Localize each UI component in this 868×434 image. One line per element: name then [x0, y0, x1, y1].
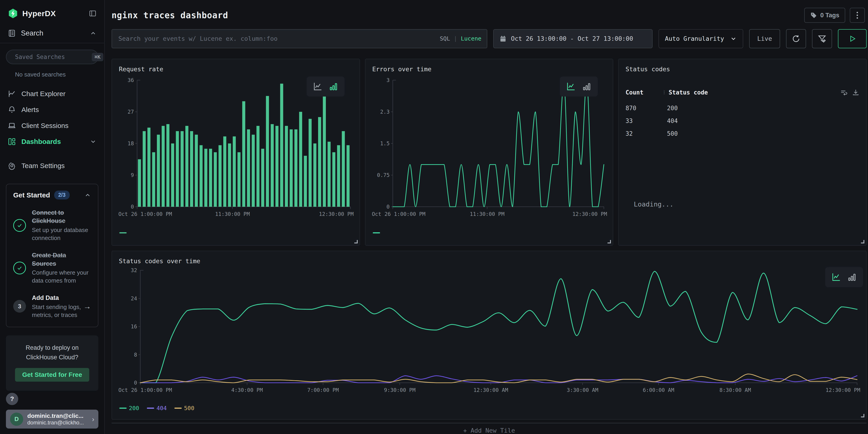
- sidebar-item-label: Client Sessions: [22, 122, 68, 130]
- laptop-icon: [8, 122, 16, 130]
- granularity-select[interactable]: Auto Granularity: [658, 29, 743, 48]
- sidebar-item-alerts[interactable]: Alerts: [0, 102, 104, 118]
- filter-button[interactable]: [812, 29, 832, 48]
- legend-item[interactable]: 200: [119, 405, 139, 411]
- table-row[interactable]: 32 500: [625, 130, 859, 137]
- chevron-down-icon[interactable]: [90, 138, 97, 145]
- saved-searches-field[interactable]: [15, 54, 92, 60]
- svg-text:0: 0: [386, 204, 390, 210]
- event-search-box[interactable]: SQL | Lucene: [112, 29, 487, 48]
- chart-legend: 200404500: [119, 405, 194, 411]
- gear-icon: [8, 162, 16, 170]
- step-number-badge: 3: [13, 300, 26, 313]
- help-button[interactable]: ?: [6, 393, 18, 405]
- bar-chart-icon[interactable]: [329, 82, 339, 92]
- svg-text:Oct 26 1:00:00 PM: Oct 26 1:00:00 PM: [372, 211, 425, 217]
- request-rate-chart[interactable]: 36271890Oct 26 1:00:00 PM11:30:00 PM12:3…: [118, 78, 354, 218]
- play-icon: [848, 35, 856, 42]
- svg-text:11:30:00 PM: 11:30:00 PM: [215, 211, 250, 217]
- resize-handle[interactable]: [861, 414, 864, 417]
- run-query-button[interactable]: [838, 29, 867, 48]
- user-menu[interactable]: D dominic.tran@clic... dominic.tran@clic…: [6, 410, 98, 429]
- panel-title: Status codes: [625, 66, 670, 73]
- download-icon[interactable]: [852, 89, 859, 96]
- legend-item[interactable]: 500: [175, 405, 194, 411]
- sidebar-item-team-settings[interactable]: Team Settings: [0, 158, 104, 174]
- get-started-step-1[interactable]: Connect to ClickHouse Set up your databa…: [13, 209, 91, 242]
- loading-indicator: Loading...: [634, 200, 674, 208]
- shortcut-badge: ⌘K: [92, 53, 103, 61]
- panel-status-codes: Status codes Count ⁞ Status code 870 200…: [618, 59, 867, 246]
- dashboard-menu-button[interactable]: [850, 8, 865, 23]
- get-started-progress-badge: 2/3: [54, 191, 70, 199]
- sidebar-item-client-sessions[interactable]: Client Sessions: [0, 118, 104, 134]
- resize-handle[interactable]: [861, 240, 864, 243]
- lucene-toggle[interactable]: Lucene: [461, 35, 482, 42]
- column-header-status-code[interactable]: Status code: [669, 89, 708, 96]
- live-button[interactable]: Live: [749, 29, 780, 48]
- sidebar-collapse-icon[interactable]: [89, 9, 97, 17]
- resize-handle[interactable]: [608, 240, 611, 243]
- sql-toggle[interactable]: SQL: [440, 35, 450, 42]
- saved-searches-input[interactable]: ⌘K: [6, 50, 98, 64]
- clickhouse-cloud-card: Ready to deploy on ClickHouse Cloud? Get…: [6, 335, 98, 391]
- svg-text:12:30:00 PM: 12:30:00 PM: [826, 387, 860, 393]
- table-row[interactable]: 870 200: [625, 105, 859, 112]
- date-range-picker[interactable]: Oct 26 13:00:00 - Oct 27 13:00:00: [493, 29, 653, 48]
- avatar: D: [10, 412, 23, 426]
- sidebar-item-dashboards[interactable]: Dashboards: [0, 134, 104, 150]
- svg-text:12:30:00 PM: 12:30:00 PM: [319, 211, 353, 217]
- chevron-up-icon[interactable]: [84, 192, 91, 198]
- legend-item[interactable]: [373, 232, 380, 234]
- panel-title: Status codes over time: [119, 257, 200, 265]
- dashboards-icon: [8, 137, 16, 146]
- add-new-tile-button[interactable]: + Add New Tile: [112, 423, 867, 434]
- search-section-label: Search: [21, 29, 43, 37]
- get-started-step-3[interactable]: 3 Add Data Start sending logs, metrics, …: [13, 294, 91, 319]
- sidebar-item-label: Alerts: [22, 106, 39, 114]
- get-started-step-2[interactable]: Create Data Sources Configure where your…: [13, 251, 91, 285]
- resize-handle[interactable]: [354, 240, 358, 243]
- granularity-value: Auto Granularity: [665, 35, 724, 42]
- column-header-count[interactable]: Count: [625, 89, 663, 96]
- column-resize-handle[interactable]: ⁞: [663, 89, 665, 96]
- refresh-button[interactable]: [786, 29, 806, 48]
- chevron-right-icon: ›: [92, 415, 94, 423]
- cloud-card-line1: Ready to deploy on: [15, 343, 89, 353]
- chart-type-toggle[interactable]: [307, 76, 344, 97]
- arrow-right-icon: →: [83, 302, 91, 311]
- tags-label: 0 Tags: [820, 12, 839, 19]
- errors-over-time-chart[interactable]: 32.31.50.750Oct 26 1:00:00 PM11:30:00 PM…: [371, 78, 608, 218]
- svg-text:27: 27: [127, 109, 134, 115]
- line-chart-icon[interactable]: [831, 272, 841, 282]
- cell-count: 32: [625, 130, 667, 137]
- wrap-lines-icon[interactable]: [840, 89, 847, 96]
- calendar-icon: [500, 35, 506, 42]
- sidebar-section-search[interactable]: Search: [0, 21, 104, 43]
- svg-text:0: 0: [134, 380, 137, 386]
- sidebar-item-chart-explorer[interactable]: Chart Explorer: [0, 86, 104, 102]
- legend-item[interactable]: 404: [147, 405, 167, 411]
- tags-button[interactable]: 0 Tags: [804, 8, 845, 23]
- bar-chart-icon[interactable]: [847, 272, 857, 282]
- bar-chart-icon[interactable]: [582, 82, 592, 92]
- line-chart-icon[interactable]: [313, 82, 323, 92]
- event-search-input[interactable]: [114, 35, 440, 42]
- user-email-primary: dominic.tran@clic...: [27, 412, 84, 420]
- table-row[interactable]: 33 404: [625, 118, 859, 124]
- chart-type-toggle[interactable]: [825, 267, 863, 287]
- svg-text:12:30:00 AM: 12:30:00 AM: [473, 387, 508, 393]
- line-chart-icon[interactable]: [566, 82, 576, 92]
- chart-type-toggle[interactable]: [560, 76, 598, 97]
- legend-item[interactable]: [119, 232, 127, 234]
- panel-request-rate: Request rate 36271890Oct 26 1:00:00 PM11…: [112, 59, 360, 246]
- get-started-free-button[interactable]: Get Started for Free: [15, 368, 89, 382]
- svg-text:8: 8: [134, 352, 137, 358]
- status-codes-over-time-chart[interactable]: 32241680Oct 26 1:00:00 PM4:30:00 PM7:00:…: [118, 268, 861, 394]
- status-codes-table-header: Count ⁞ Status code: [625, 89, 859, 96]
- svg-text:0: 0: [131, 204, 134, 210]
- svg-text:Oct 26 1:00:00 PM: Oct 26 1:00:00 PM: [118, 211, 172, 217]
- get-started-card: Get Started 2/3 Connect to ClickHouse Se…: [6, 184, 98, 327]
- kebab-menu-icon: [856, 11, 859, 19]
- chevron-up-icon[interactable]: [90, 30, 97, 37]
